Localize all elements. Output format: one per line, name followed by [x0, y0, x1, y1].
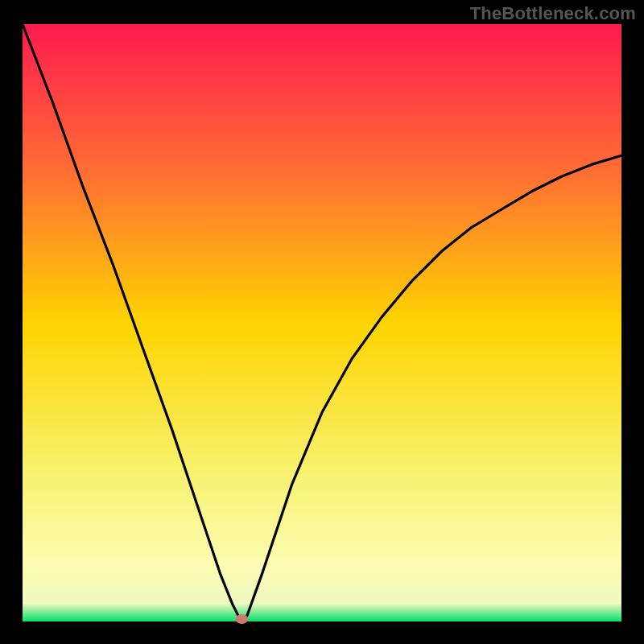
bottleneck-chart: [0, 0, 644, 644]
gradient-background: [23, 24, 621, 621]
chart-frame: TheBottleneck.com: [0, 0, 644, 644]
optimal-point-marker: [235, 614, 248, 624]
